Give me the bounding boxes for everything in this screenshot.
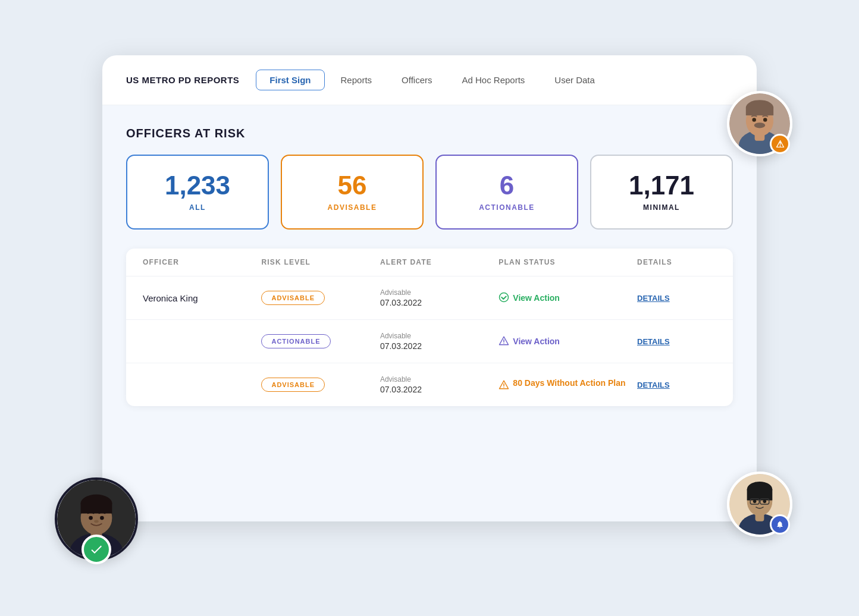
svg-point-29	[500, 293, 509, 301]
page-wrapper: ⚠	[102, 55, 757, 561]
risk-badge-0: ADVISABLE	[261, 291, 380, 305]
stat-label-all: ALL	[139, 203, 256, 212]
svg-point-28	[94, 520, 99, 523]
th-risk-level: RISK LEVEL	[261, 258, 380, 266]
plan-status-warn-icon-2	[499, 379, 509, 392]
alert-date-value-1: 07.03.2022	[380, 341, 499, 351]
alert-date-0: Advisable 07.03.2022	[380, 288, 499, 307]
table-header: OFFICER RISK LEVEL ALERT DATE PLAN STATU…	[126, 249, 733, 276]
risk-level-badge-0: ADVISABLE	[261, 291, 325, 305]
tab-officers[interactable]: Officers	[388, 70, 446, 90]
stat-number-actionable: 6	[449, 172, 565, 199]
table-row-2: ADVISABLE Advisable 07.03.2022	[126, 363, 733, 406]
stat-number-minimal: 1,171	[603, 172, 720, 199]
alert-date-2: Advisable 07.03.2022	[380, 375, 499, 394]
plan-status-label-2: 80 Days Without Action Plan	[513, 378, 625, 388]
main-content: OFFICERS AT RISK 1,233 ALL 56 ADVISABLE …	[102, 105, 757, 521]
svg-point-6	[754, 122, 766, 128]
stat-label-actionable: ACTIONABLE	[449, 203, 565, 212]
alert-date-value-0: 07.03.2022	[380, 298, 499, 307]
avatar-warning-badge: ⚠	[770, 134, 790, 154]
stat-card-minimal[interactable]: 1,171 MINIMAL	[590, 155, 733, 230]
stat-number-advisable: 56	[294, 172, 410, 199]
main-card: US METRO PD REPORTS First Sign Reports O…	[102, 55, 757, 521]
section-title: OFFICERS AT RISK	[126, 127, 733, 140]
details-link-2[interactable]: DETAILS	[637, 379, 716, 390]
nav-tabs: First Sign Reports Officers Ad Hoc Repor…	[256, 70, 609, 90]
avatar-top-right: ⚠	[727, 91, 792, 156]
plan-status-1[interactable]: View Action	[499, 335, 637, 348]
risk-level-badge-1: ACTIONABLE	[261, 334, 330, 348]
svg-point-27	[100, 516, 104, 520]
plan-status-warn-icon-1	[499, 335, 509, 348]
th-alert-date: ALERT DATE	[380, 258, 499, 266]
svg-point-26	[89, 516, 93, 520]
alert-date-1: Advisable 07.03.2022	[380, 332, 499, 351]
officers-table: OFFICER RISK LEVEL ALERT DATE PLAN STATU…	[126, 249, 733, 406]
details-link-1[interactable]: DETAILS	[637, 336, 716, 347]
alert-type-1: Advisable	[380, 332, 499, 340]
table-row: Veronica King ADVISABLE Advisable 07.03.…	[126, 276, 733, 320]
tab-reports[interactable]: Reports	[327, 70, 386, 90]
plan-status-2: 80 Days Without Action Plan	[499, 378, 637, 392]
risk-level-badge-2: ADVISABLE	[261, 378, 325, 392]
plan-status-label-0: View Action	[513, 293, 560, 303]
tab-first-sign[interactable]: First Sign	[256, 70, 324, 90]
plan-status-check-icon	[499, 292, 509, 304]
avatar-bottom-left	[55, 477, 138, 561]
svg-point-33	[504, 386, 505, 388]
svg-point-31	[504, 342, 505, 344]
th-officer: OFFICER	[143, 258, 261, 266]
app-title: US METRO PD REPORTS	[126, 75, 239, 85]
alert-type-2: Advisable	[380, 375, 499, 384]
risk-badge-1: ACTIONABLE	[261, 334, 380, 348]
details-text-0[interactable]: DETAILS	[637, 294, 670, 303]
tab-user-data[interactable]: User Data	[541, 70, 609, 90]
avatar-bottom-right	[727, 472, 792, 537]
stat-label-advisable: ADVISABLE	[294, 203, 410, 212]
officer-name-0: Veronica King	[143, 293, 261, 303]
risk-badge-2: ADVISABLE	[261, 378, 380, 392]
details-link-0[interactable]: DETAILS	[637, 293, 716, 303]
alert-date-value-2: 07.03.2022	[380, 385, 499, 394]
svg-rect-5	[746, 108, 773, 115]
stat-card-actionable[interactable]: 6 ACTIONABLE	[435, 155, 578, 230]
stat-card-advisable[interactable]: 56 ADVISABLE	[281, 155, 424, 230]
details-text-2[interactable]: DETAILS	[637, 381, 670, 389]
avatar-check-badge	[81, 535, 111, 564]
th-plan-status: PLAN STATUS	[499, 258, 637, 266]
stat-number-all: 1,233	[139, 172, 256, 199]
avatar-bell-badge	[770, 514, 790, 535]
tab-ad-hoc-reports[interactable]: Ad Hoc Reports	[448, 70, 538, 90]
th-details: DETAILS	[637, 258, 716, 266]
svg-point-16	[763, 500, 767, 504]
stat-label-minimal: MINIMAL	[603, 203, 720, 212]
svg-point-7	[752, 118, 755, 121]
details-text-1[interactable]: DETAILS	[637, 337, 670, 346]
svg-point-8	[763, 118, 767, 121]
stat-card-all[interactable]: 1,233 ALL	[126, 155, 269, 230]
alert-type-0: Advisable	[380, 288, 499, 297]
plan-status-0[interactable]: View Action	[499, 292, 637, 304]
stats-row: 1,233 ALL 56 ADVISABLE 6 ACTIONABLE 1,17…	[126, 155, 733, 230]
table-row-1: ACTIONABLE Advisable 07.03.2022	[126, 320, 733, 363]
svg-rect-25	[81, 504, 112, 514]
plan-status-label-1: View Action	[513, 337, 560, 346]
nav-bar: US METRO PD REPORTS First Sign Reports O…	[102, 55, 757, 105]
svg-point-15	[753, 500, 757, 504]
